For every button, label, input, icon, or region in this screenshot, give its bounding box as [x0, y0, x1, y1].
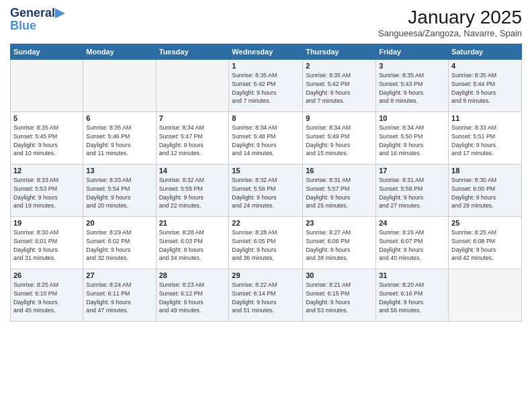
week-row-2: 5Sunrise: 8:35 AM Sunset: 5:45 PM Daylig…	[11, 112, 522, 165]
day-cell: 4Sunrise: 8:35 AM Sunset: 5:44 PM Daylig…	[449, 60, 522, 112]
calendar-table: SundayMondayTuesdayWednesdayThursdayFrid…	[10, 44, 522, 322]
day-info: Sunrise: 8:28 AM Sunset: 6:03 PM Dayligh…	[159, 228, 226, 263]
page: General▶ Blue January 2025 Sangueesa/Zan…	[0, 0, 532, 411]
day-number: 6	[86, 114, 152, 122]
day-cell: 25Sunrise: 8:25 AM Sunset: 6:08 PM Dayli…	[449, 217, 522, 269]
week-row-1: 1Sunrise: 8:35 AM Sunset: 5:42 PM Daylig…	[11, 60, 522, 112]
day-number: 1	[232, 62, 300, 70]
day-cell: 10Sunrise: 8:34 AM Sunset: 5:50 PM Dayli…	[376, 112, 449, 165]
day-number: 22	[232, 219, 300, 227]
day-info: Sunrise: 8:20 AM Sunset: 6:16 PM Dayligh…	[379, 281, 445, 315]
day-info: Sunrise: 8:30 AM Sunset: 6:00 PM Dayligh…	[451, 176, 519, 210]
month-title: January 2025	[378, 7, 522, 28]
col-header-sunday: Sunday	[11, 44, 83, 60]
day-cell	[449, 269, 522, 322]
day-info: Sunrise: 8:26 AM Sunset: 6:07 PM Dayligh…	[379, 228, 445, 263]
day-number: 25	[451, 219, 519, 227]
day-number: 2	[306, 62, 373, 70]
day-cell: 23Sunrise: 8:27 AM Sunset: 6:06 PM Dayli…	[303, 217, 376, 269]
day-cell: 27Sunrise: 8:24 AM Sunset: 6:11 PM Dayli…	[83, 269, 156, 322]
day-info: Sunrise: 8:35 AM Sunset: 5:42 PM Dayligh…	[232, 71, 300, 105]
logo-text: General▶	[10, 7, 64, 20]
day-info: Sunrise: 8:23 AM Sunset: 6:12 PM Dayligh…	[159, 281, 226, 315]
day-info: Sunrise: 8:33 AM Sunset: 5:51 PM Dayligh…	[451, 124, 519, 158]
day-number: 29	[232, 271, 300, 279]
week-row-5: 26Sunrise: 8:25 AM Sunset: 6:10 PM Dayli…	[11, 269, 522, 322]
day-cell: 24Sunrise: 8:26 AM Sunset: 6:07 PM Dayli…	[376, 217, 449, 269]
day-info: Sunrise: 8:30 AM Sunset: 6:01 PM Dayligh…	[13, 228, 80, 263]
day-info: Sunrise: 8:35 AM Sunset: 5:42 PM Dayligh…	[306, 71, 373, 105]
day-info: Sunrise: 8:28 AM Sunset: 6:05 PM Dayligh…	[232, 228, 300, 263]
day-info: Sunrise: 8:33 AM Sunset: 5:53 PM Dayligh…	[13, 176, 80, 210]
day-info: Sunrise: 8:25 AM Sunset: 6:10 PM Dayligh…	[13, 281, 80, 315]
header: General▶ Blue January 2025 Sangueesa/Zan…	[10, 7, 522, 38]
day-number: 26	[13, 271, 80, 279]
day-info: Sunrise: 8:27 AM Sunset: 6:06 PM Dayligh…	[306, 228, 373, 263]
logo-blue: Blue	[10, 19, 64, 33]
day-cell: 19Sunrise: 8:30 AM Sunset: 6:01 PM Dayli…	[11, 217, 83, 269]
day-cell: 12Sunrise: 8:33 AM Sunset: 5:53 PM Dayli…	[11, 165, 83, 217]
day-number: 21	[159, 219, 226, 227]
col-header-tuesday: Tuesday	[156, 44, 229, 60]
logo: General▶ Blue	[10, 7, 64, 33]
day-cell: 3Sunrise: 8:35 AM Sunset: 5:43 PM Daylig…	[376, 60, 449, 112]
col-header-wednesday: Wednesday	[229, 44, 303, 60]
day-cell: 2Sunrise: 8:35 AM Sunset: 5:42 PM Daylig…	[303, 60, 376, 112]
day-number: 12	[13, 167, 80, 175]
day-info: Sunrise: 8:35 AM Sunset: 5:44 PM Dayligh…	[451, 71, 519, 105]
day-info: Sunrise: 8:29 AM Sunset: 6:02 PM Dayligh…	[86, 228, 152, 263]
day-cell: 7Sunrise: 8:34 AM Sunset: 5:47 PM Daylig…	[156, 112, 229, 165]
day-number: 17	[379, 167, 445, 175]
day-cell: 31Sunrise: 8:20 AM Sunset: 6:16 PM Dayli…	[376, 269, 449, 322]
day-cell	[11, 60, 83, 112]
day-info: Sunrise: 8:31 AM Sunset: 5:57 PM Dayligh…	[306, 176, 373, 210]
day-number: 28	[159, 271, 226, 279]
day-number: 5	[13, 114, 80, 122]
day-cell	[83, 60, 156, 112]
day-number: 14	[159, 167, 226, 175]
day-cell: 6Sunrise: 8:35 AM Sunset: 5:46 PM Daylig…	[83, 112, 156, 165]
day-cell: 18Sunrise: 8:30 AM Sunset: 6:00 PM Dayli…	[449, 165, 522, 217]
day-info: Sunrise: 8:32 AM Sunset: 5:55 PM Dayligh…	[159, 176, 226, 210]
day-number: 13	[86, 167, 152, 175]
day-number: 27	[86, 271, 152, 279]
day-number: 30	[306, 271, 373, 279]
day-number: 18	[451, 167, 519, 175]
day-number: 8	[232, 114, 300, 122]
day-info: Sunrise: 8:35 AM Sunset: 5:46 PM Dayligh…	[86, 124, 152, 158]
location: Sangueesa/Zangoza, Navarre, Spain	[378, 28, 522, 38]
day-number: 19	[13, 219, 80, 227]
day-info: Sunrise: 8:33 AM Sunset: 5:54 PM Dayligh…	[86, 176, 152, 210]
day-info: Sunrise: 8:34 AM Sunset: 5:47 PM Dayligh…	[159, 124, 226, 158]
day-number: 4	[451, 62, 519, 70]
day-info: Sunrise: 8:34 AM Sunset: 5:48 PM Dayligh…	[232, 124, 300, 158]
day-cell: 17Sunrise: 8:31 AM Sunset: 5:58 PM Dayli…	[376, 165, 449, 217]
day-cell: 9Sunrise: 8:34 AM Sunset: 5:49 PM Daylig…	[303, 112, 376, 165]
day-info: Sunrise: 8:34 AM Sunset: 5:49 PM Dayligh…	[306, 124, 373, 158]
day-number: 31	[379, 271, 445, 279]
day-number: 24	[379, 219, 445, 227]
day-cell: 5Sunrise: 8:35 AM Sunset: 5:45 PM Daylig…	[11, 112, 83, 165]
day-cell: 14Sunrise: 8:32 AM Sunset: 5:55 PM Dayli…	[156, 165, 229, 217]
day-info: Sunrise: 8:25 AM Sunset: 6:08 PM Dayligh…	[451, 228, 519, 263]
week-row-4: 19Sunrise: 8:30 AM Sunset: 6:01 PM Dayli…	[11, 217, 522, 269]
day-cell: 8Sunrise: 8:34 AM Sunset: 5:48 PM Daylig…	[229, 112, 303, 165]
day-number: 7	[159, 114, 226, 122]
day-cell: 20Sunrise: 8:29 AM Sunset: 6:02 PM Dayli…	[83, 217, 156, 269]
day-cell: 29Sunrise: 8:22 AM Sunset: 6:14 PM Dayli…	[229, 269, 303, 322]
day-info: Sunrise: 8:32 AM Sunset: 5:56 PM Dayligh…	[232, 176, 300, 210]
day-cell: 22Sunrise: 8:28 AM Sunset: 6:05 PM Dayli…	[229, 217, 303, 269]
day-info: Sunrise: 8:35 AM Sunset: 5:43 PM Dayligh…	[379, 71, 445, 105]
day-number: 11	[451, 114, 519, 122]
col-header-friday: Friday	[376, 44, 449, 60]
day-number: 3	[379, 62, 445, 70]
day-info: Sunrise: 8:35 AM Sunset: 5:45 PM Dayligh…	[13, 124, 80, 158]
day-number: 23	[306, 219, 373, 227]
day-number: 20	[86, 219, 152, 227]
day-info: Sunrise: 8:21 AM Sunset: 6:15 PM Dayligh…	[306, 281, 373, 315]
day-number: 15	[232, 167, 300, 175]
day-cell: 28Sunrise: 8:23 AM Sunset: 6:12 PM Dayli…	[156, 269, 229, 322]
day-info: Sunrise: 8:24 AM Sunset: 6:11 PM Dayligh…	[86, 281, 152, 315]
day-cell	[156, 60, 229, 112]
header-row: SundayMondayTuesdayWednesdayThursdayFrid…	[11, 44, 522, 60]
